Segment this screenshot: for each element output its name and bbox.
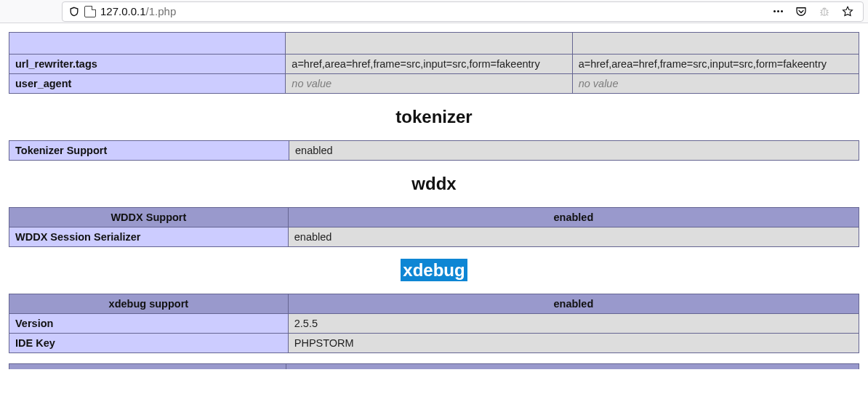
section-heading-xdebug: xdebug (9, 260, 859, 281)
partial-table (9, 363, 859, 369)
master-value (572, 33, 859, 55)
table-header-row (9, 364, 859, 370)
master-value: no value (572, 74, 859, 94)
tokenizer-table: Tokenizer Support enabled (9, 140, 859, 161)
directive-name: url_rewriter.tags (9, 55, 286, 74)
wddx-table: WDDX Support enabled WDDX Session Serial… (9, 207, 859, 247)
next-table-partial (9, 363, 859, 369)
browser-toolbar: 127.0.0.1/1.php (0, 0, 868, 23)
local-value: a=href,area=href,frame=src,input=src,for… (286, 55, 572, 74)
table-header-row: xdebug support enabled (9, 294, 859, 314)
directive-value: enabled (289, 141, 859, 161)
xdebug-table: xdebug support enabled Version 2.5.5 IDE… (9, 294, 859, 353)
master-value: a=href,area=href,frame=src,input=src,for… (572, 55, 859, 74)
urlbar-actions (773, 5, 860, 18)
svg-line-7 (827, 14, 828, 15)
section-heading-wddx: wddx (9, 174, 859, 194)
directive-value: 2.5.5 (288, 314, 859, 334)
directive-name: Tokenizer Support (9, 141, 289, 161)
pocket-icon[interactable] (795, 5, 808, 18)
directive-name: user_agent (9, 74, 286, 94)
table-row: IDE Key PHPSTORM (9, 334, 859, 353)
section-heading-tokenizer: tokenizer (9, 107, 859, 127)
directive-name: WDDX Session Serializer (9, 227, 289, 247)
directive-value: enabled (288, 227, 859, 247)
table-header: enabled (288, 294, 859, 314)
bug-icon[interactable] (818, 5, 831, 18)
table-row: Version 2.5.5 (9, 314, 859, 334)
svg-line-6 (821, 14, 822, 15)
table-row: url_rewriter.tags a=href,area=href,frame… (9, 55, 859, 74)
url-text: 127.0.0.1/1.php (100, 5, 773, 17)
tracking-protection-icon[interactable] (68, 6, 80, 17)
config-table: url_rewriter.tags a=href,area=href,frame… (9, 32, 859, 94)
url-bar[interactable]: 127.0.0.1/1.php (62, 1, 864, 22)
page-actions-icon[interactable] (773, 10, 783, 12)
table-header (286, 364, 859, 370)
local-value (286, 33, 572, 55)
table-header (9, 364, 286, 370)
bookmark-star-icon[interactable] (841, 5, 854, 18)
directive-name (9, 33, 286, 55)
directive-value: PHPSTORM (288, 334, 859, 353)
url-host: 127.0.0.1 (100, 5, 146, 17)
table-header-row: WDDX Support enabled (9, 208, 859, 227)
table-header: enabled (288, 208, 859, 227)
table-row: user_agent no value no value (9, 74, 859, 94)
table-row: Tokenizer Support enabled (9, 141, 859, 161)
table-row: WDDX Session Serializer enabled (9, 227, 859, 247)
table-header: xdebug support (9, 294, 289, 314)
directive-name: IDE Key (9, 334, 289, 353)
table-header: WDDX Support (9, 208, 289, 227)
url-path: /1.php (146, 5, 177, 17)
session-config-partial: url_rewriter.tags a=href,area=href,frame… (9, 32, 859, 94)
directive-name: Version (9, 314, 289, 334)
table-row (9, 33, 859, 55)
site-identity-icon[interactable] (84, 6, 96, 17)
local-value: no value (286, 74, 572, 94)
